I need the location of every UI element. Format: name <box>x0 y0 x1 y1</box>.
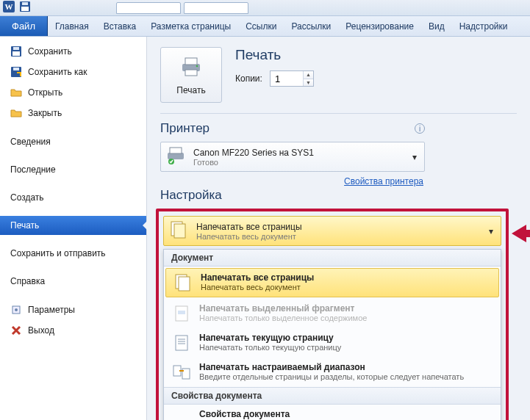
opt-print-custom[interactable]: Напечатать настраиваемый диапазон Введит… <box>164 358 501 387</box>
pages-all-icon <box>173 272 193 293</box>
svg-point-11 <box>15 308 18 311</box>
nav-label: Выход <box>28 325 54 336</box>
dropdown-group-document: Документ <box>164 250 501 267</box>
page-range-combo[interactable]: Напечатать все страницы Напечатать весь … <box>163 216 501 246</box>
opt-doc-properties[interactable]: Свойства документа Таблица свойств и зна… <box>164 405 501 420</box>
print-heading: Печать <box>235 47 517 63</box>
ribbon-tab-review[interactable]: Рецензирование <box>338 16 421 36</box>
print-button-label: Печать <box>176 85 205 95</box>
document-tab-well <box>116 2 248 14</box>
page-selection-icon <box>171 303 192 324</box>
ribbon-tab-page-layout[interactable]: Разметка страницы <box>143 16 238 36</box>
exit-icon <box>10 325 22 336</box>
folder-open-icon <box>10 87 22 98</box>
spinner-arrows[interactable]: ▲ ▼ <box>303 71 313 86</box>
page-custom-range-icon <box>171 362 192 383</box>
options-icon <box>10 304 22 316</box>
ribbon-tab-home[interactable]: Главная <box>48 16 96 36</box>
nav-save[interactable]: Сохранить <box>0 41 146 62</box>
printer-heading: Принтер <box>160 121 210 136</box>
nav-label: Печать <box>10 220 39 231</box>
word-app-icon: W <box>3 1 15 15</box>
range-combo-line1: Напечатать все страницы <box>196 222 479 232</box>
chevron-down-icon[interactable]: ▾ <box>409 152 420 162</box>
pages-all-icon <box>168 220 189 242</box>
opt-print-current[interactable]: Напечатать текущую страницу Напечатать т… <box>164 328 501 358</box>
printer-status: Готово <box>193 158 402 167</box>
copies-input[interactable] <box>271 71 303 86</box>
opt-desc: Напечатать только выделенное содержимое <box>199 314 367 322</box>
nav-open[interactable]: Открыть <box>0 82 146 103</box>
backstage-nav: Сохранить Сохранить как Открыть Закрыть … <box>0 37 147 420</box>
nav-print[interactable]: Печать <box>0 216 146 235</box>
page-range-dropdown: Документ Напечатать все страницы Напечат… <box>163 249 501 420</box>
svg-rect-14 <box>185 70 197 76</box>
save-icon <box>10 46 22 57</box>
opt-desc: Введите отдельные страницы и разделы, ко… <box>199 372 464 381</box>
spinner-down-icon[interactable]: ▼ <box>304 79 313 87</box>
nav-new[interactable]: Создать <box>0 188 146 207</box>
nav-exit[interactable]: Выход <box>0 320 146 341</box>
print-panel: Печать Печать Копии: ▲ ▼ Принт <box>147 37 530 420</box>
copies-spinner[interactable]: ▲ ▼ <box>270 70 314 87</box>
ribbon-tab-view[interactable]: Вид <box>421 16 452 36</box>
ribbon-tab-insert[interactable]: Вставка <box>96 16 144 36</box>
opt-label: Напечатать выделенный фрагмент <box>199 303 367 314</box>
opt-print-all[interactable]: Напечатать все страницы Напечатать весь … <box>165 268 499 297</box>
range-combo-line2: Напечатать весь документ <box>196 232 479 241</box>
svg-rect-9 <box>13 68 19 70</box>
svg-rect-25 <box>176 336 187 350</box>
nav-label: Открыть <box>28 87 62 98</box>
svg-rect-24 <box>178 311 185 314</box>
svg-rect-4 <box>21 7 29 11</box>
opt-desc: Напечатать весь документ <box>201 283 314 292</box>
arrow-annotation-icon <box>512 225 530 242</box>
printer-icon <box>179 55 203 81</box>
chevron-down-icon[interactable]: ▾ <box>486 226 496 236</box>
svg-text:W: W <box>5 2 13 11</box>
nav-recent[interactable]: Последние <box>0 160 146 179</box>
info-icon[interactable]: i <box>415 123 425 134</box>
copies-label: Копии: <box>235 73 262 84</box>
nav-options[interactable]: Параметры <box>0 300 146 320</box>
spinner-up-icon[interactable]: ▲ <box>304 71 313 79</box>
opt-label: Напечатать настраиваемый диапазон <box>199 362 464 372</box>
divider <box>160 113 517 114</box>
file-tab[interactable]: Файл <box>0 16 48 36</box>
highlight-annotation: Напечатать все страницы Напечатать весь … <box>156 209 509 420</box>
nav-close[interactable]: Закрыть <box>0 103 146 123</box>
nav-label: Справка <box>10 276 45 286</box>
settings-heading: Настройка <box>160 188 222 203</box>
printer-device-icon <box>165 145 186 168</box>
print-button[interactable]: Печать <box>160 47 222 103</box>
nav-help[interactable]: Справка <box>0 272 146 291</box>
opt-label: Напечатать все страницы <box>201 272 314 283</box>
title-bar: W <box>0 0 530 16</box>
nav-label: Создать <box>10 192 44 203</box>
svg-rect-7 <box>12 51 20 56</box>
nav-label: Сохранить и отправить <box>10 248 106 258</box>
ribbon-tab-mailings[interactable]: Рассылки <box>284 16 338 36</box>
ribbon-tab-references[interactable]: Ссылки <box>238 16 284 36</box>
svg-rect-20 <box>174 224 185 238</box>
printer-combo[interactable]: Canon MF220 Series на SYS1 Готово ▾ <box>160 142 425 172</box>
save-as-icon <box>10 66 22 78</box>
nav-info[interactable]: Сведения <box>0 132 146 151</box>
opt-print-selection: Напечатать выделенный фрагмент Напечатат… <box>164 299 501 328</box>
folder-close-icon <box>10 107 22 119</box>
document-tab[interactable] <box>184 2 248 14</box>
nav-save-as[interactable]: Сохранить как <box>0 62 146 82</box>
opt-label: Свойства документа <box>199 409 307 419</box>
qat-save-icon[interactable] <box>19 1 31 15</box>
document-tab[interactable] <box>116 2 181 14</box>
printer-properties-link[interactable]: Свойства принтера <box>160 172 425 188</box>
ribbon-tabs: Файл Главная Вставка Разметка страницы С… <box>0 16 530 37</box>
nav-label: Закрыть <box>28 108 62 118</box>
nav-save-send[interactable]: Сохранить и отправить <box>0 244 146 263</box>
nav-label: Сведения <box>10 137 51 147</box>
doc-props-icon <box>171 409 192 420</box>
opt-desc: Напечатать только текущую страницу <box>199 343 341 352</box>
nav-label: Последние <box>10 164 56 175</box>
svg-rect-3 <box>22 2 28 5</box>
ribbon-tab-addins[interactable]: Надстройки <box>452 16 515 36</box>
